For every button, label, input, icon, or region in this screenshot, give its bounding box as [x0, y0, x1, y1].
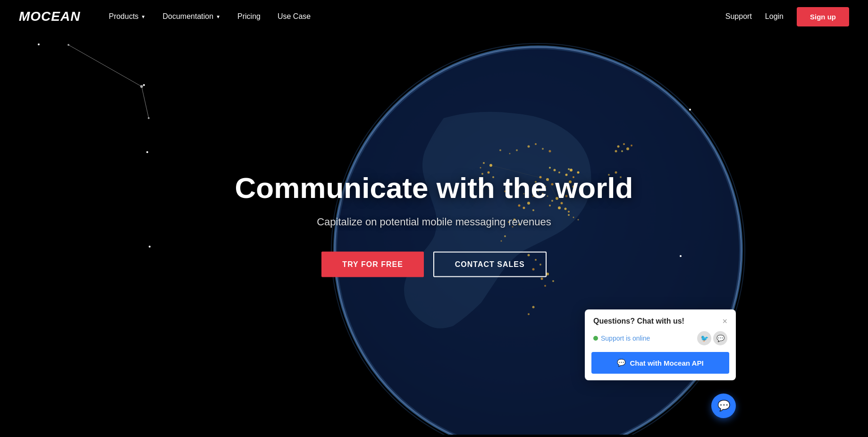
chat-bubble-icon: 💬: [617, 359, 626, 367]
chat-widget-title: Questions? Chat with us!: [593, 317, 684, 326]
hero-title: Communicate with the world: [222, 171, 647, 204]
svg-point-81: [483, 162, 485, 164]
svg-point-65: [532, 306, 534, 308]
chat-fab-icon: 💬: [717, 400, 730, 412]
products-label: Products: [109, 12, 138, 21]
svg-point-45: [535, 143, 537, 145]
svg-point-93: [140, 85, 143, 88]
status-online-dot: [593, 336, 598, 341]
nav-links: Products ▼ Documentation ▼ Pricing Use C…: [109, 12, 725, 21]
chat-status: Support is online: [593, 334, 650, 342]
chat-avatars: 🐦 💬: [697, 331, 727, 345]
nav-right: Support Login Sign up: [725, 7, 849, 26]
chat-widget: Questions? Chat with us! × Support is on…: [585, 309, 736, 380]
star-dot-5: [689, 109, 691, 111]
svg-point-69: [626, 147, 629, 150]
svg-point-72: [631, 145, 632, 146]
svg-point-19: [549, 167, 551, 169]
svg-point-67: [617, 146, 619, 148]
svg-line-90: [68, 45, 142, 86]
svg-point-46: [542, 148, 544, 150]
svg-point-62: [540, 278, 543, 280]
navigation: MOCEAN Products ▼ Documentation ▼ Pricin…: [0, 0, 868, 33]
documentation-nav-link[interactable]: Documentation ▼: [163, 12, 221, 21]
svg-point-9: [568, 168, 570, 170]
svg-point-66: [528, 313, 530, 315]
usecase-label: Use Case: [278, 12, 311, 21]
chat-fab-button[interactable]: 💬: [711, 394, 736, 418]
login-nav-link[interactable]: Login: [765, 12, 784, 21]
svg-point-68: [623, 143, 625, 145]
svg-point-44: [527, 146, 530, 148]
svg-point-48: [516, 149, 518, 151]
products-chevron-icon: ▼: [141, 14, 146, 19]
svg-point-50: [499, 149, 501, 151]
svg-point-71: [615, 150, 617, 153]
svg-point-49: [509, 153, 510, 154]
svg-point-64: [544, 285, 546, 287]
chat-widget-header: Questions? Chat with us! ×: [585, 309, 736, 329]
star-dot-4: [149, 246, 151, 248]
chat-avatar-1: 🐦: [697, 331, 711, 345]
chat-cta-button[interactable]: 💬 Chat with Mocean API: [591, 352, 729, 374]
products-nav-link[interactable]: Products ▼: [109, 12, 145, 21]
star-dot-1: [38, 43, 40, 45]
brand-logo[interactable]: MOCEAN: [19, 9, 80, 24]
usecase-nav-link[interactable]: Use Case: [278, 12, 311, 21]
pricing-label: Pricing: [237, 12, 261, 21]
signup-button[interactable]: Sign up: [797, 7, 849, 26]
svg-line-91: [142, 86, 149, 118]
pricing-nav-link[interactable]: Pricing: [237, 12, 261, 21]
svg-point-92: [67, 44, 69, 46]
contact-sales-button[interactable]: CONTACT SALES: [433, 251, 547, 277]
svg-point-47: [548, 150, 551, 153]
star-dot-3: [146, 151, 148, 153]
chat-avatar-2: 💬: [713, 331, 727, 345]
svg-point-70: [621, 150, 623, 152]
svg-point-63: [552, 280, 554, 282]
hero-content: Communicate with the world Capitalize on…: [222, 171, 647, 277]
svg-point-94: [148, 117, 150, 119]
svg-point-82: [480, 167, 481, 169]
hero-subtitle: Capitalize on potential mobile messaging…: [222, 215, 647, 228]
support-nav-link[interactable]: Support: [725, 12, 752, 21]
star-dot-6: [680, 255, 682, 257]
hero-buttons: TRY FOR FREE CONTACT SALES: [222, 251, 647, 277]
chat-cta-label: Chat with Mocean API: [630, 359, 703, 367]
try-for-free-button[interactable]: TRY FOR FREE: [321, 251, 423, 277]
support-online-label: Support is online: [601, 334, 650, 342]
chat-close-button[interactable]: ×: [722, 317, 727, 326]
chat-status-row: Support is online 🐦 💬: [585, 329, 736, 352]
documentation-chevron-icon: ▼: [216, 14, 220, 19]
documentation-label: Documentation: [163, 12, 214, 21]
